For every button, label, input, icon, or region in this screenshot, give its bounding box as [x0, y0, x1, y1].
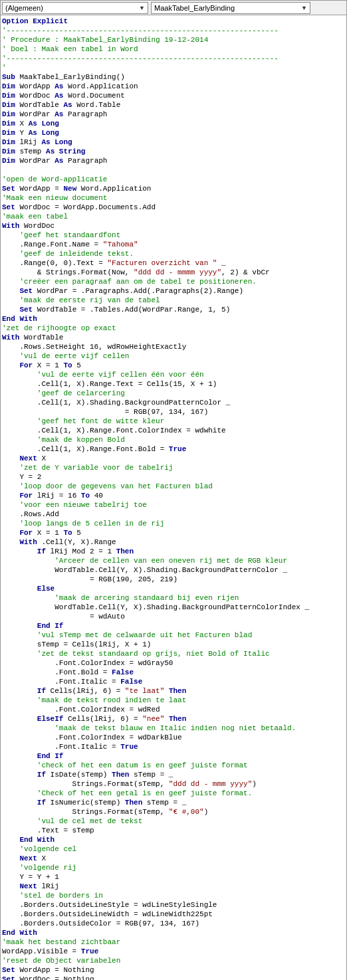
scope-dropdown[interactable]: (Algemeen) ▼ — [2, 2, 148, 14]
procedure-dropdown-label: MaakTabel_EarlyBinding — [154, 4, 235, 12]
procedure-dropdown[interactable]: MaakTabel_EarlyBinding ▼ — [151, 2, 310, 14]
procedure-dropdown-arrow: ▼ — [301, 5, 307, 11]
code-content: Option Explicit '-----------------------… — [2, 17, 344, 980]
scope-dropdown-label: (Algemeen) — [5, 4, 43, 12]
editor-toolbar: (Algemeen) ▼ MaakTabel_EarlyBinding ▼ — [1, 1, 346, 15]
vba-editor: (Algemeen) ▼ MaakTabel_EarlyBinding ▼ Op… — [0, 0, 347, 980]
scope-dropdown-arrow: ▼ — [139, 5, 145, 11]
code-editor-area[interactable]: Option Explicit '-----------------------… — [1, 15, 346, 980]
